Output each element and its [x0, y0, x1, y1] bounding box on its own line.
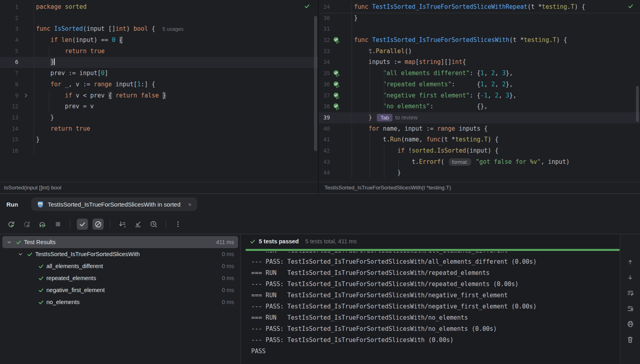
line-number[interactable]: 1	[0, 2, 18, 13]
show-ignored-button[interactable]	[92, 219, 104, 230]
code-line-39[interactable]: 39 } Tab to review	[319, 112, 640, 123]
line-number[interactable]: 44	[319, 167, 330, 179]
code-line-1[interactable]: 1package sorted	[0, 2, 318, 13]
test-tree-row-testissorted-istrueforsortedsliceswith[interactable]: TestIsSorted_IsTrueForSortedSlicesWith0 …	[2, 248, 238, 260]
line-number[interactable]: 12	[0, 101, 18, 112]
stop-button[interactable]	[52, 219, 64, 230]
line-number[interactable]: 40	[319, 123, 330, 135]
prev-occurrence-button[interactable]	[626, 257, 635, 266]
line-number[interactable]: 6	[0, 57, 18, 68]
editor-scrollbar[interactable]	[314, 16, 317, 151]
close-tab-icon[interactable]: ×	[188, 201, 192, 208]
line-number[interactable]: 39	[319, 112, 330, 123]
editor-scrollbar[interactable]	[636, 86, 639, 122]
line-number[interactable]: 5	[0, 46, 18, 57]
code-line-4[interactable]: 4 if len(input) == 0 {	[0, 35, 318, 46]
code-line-2[interactable]: 2	[0, 13, 318, 24]
code-line-7[interactable]: 7 prev := input[0]	[0, 68, 318, 79]
code-line-12[interactable]: 12 prev = v	[0, 101, 318, 112]
code-area-right[interactable]: 24func TestIsSorted_IsTrueForSortedSlice…	[319, 0, 640, 182]
line-number[interactable]: 38	[319, 101, 330, 112]
test-passed-run-icon[interactable]	[333, 70, 340, 78]
line-number[interactable]: 8	[0, 79, 18, 90]
line-number[interactable]: 43	[319, 157, 330, 168]
sort-tests-button[interactable]	[117, 219, 128, 230]
line-number[interactable]: 7	[0, 68, 18, 79]
code-line-15[interactable]: 15}	[0, 134, 318, 145]
breadcrumb[interactable]: TestIsSorted_IsTrueForSortedSlicesWith(t…	[319, 182, 640, 193]
code-line-44[interactable]: 44 }	[319, 167, 640, 179]
line-number[interactable]: 9	[0, 90, 18, 101]
test-passed-run-icon[interactable]	[333, 92, 340, 100]
run-configuration-tab[interactable]: TestIsSorted_IsTrueForSortedSlicesWith i…	[31, 197, 197, 211]
line-number[interactable]: 24	[319, 2, 330, 13]
line-number[interactable]: 35	[319, 68, 330, 79]
line-number[interactable]: 16	[0, 145, 18, 157]
rerun-failed-tests-button[interactable]	[21, 219, 32, 230]
line-number[interactable]: 32	[319, 35, 330, 46]
console-output[interactable]: === RUN TestIsSorted_IsTrueForSortedSlic…	[241, 251, 640, 357]
test-passed-run-icon[interactable]	[333, 103, 340, 111]
code-line-38[interactable]: 38 "no elements": {},	[319, 101, 640, 112]
soft-wrap-button[interactable]	[626, 288, 635, 297]
code-line-9[interactable]: 9 if v < prev { return false }	[0, 90, 318, 101]
test-tree-row-repeated-elements[interactable]: repeated_elements0 ms	[2, 272, 238, 284]
code-line-13[interactable]: 13 }	[0, 112, 318, 123]
test-tree-row-all-elements-different[interactable]: all_elements_different0 ms	[2, 260, 238, 272]
code-line-30[interactable]: 30}	[319, 13, 640, 24]
code-line-6[interactable]: 6 }	[0, 57, 318, 68]
code-line-14[interactable]: 14 return true	[0, 123, 318, 135]
code-line-3[interactable]: 3func IsSorted(input []int) bool { 5 usa…	[0, 24, 318, 35]
line-number[interactable]: 34	[319, 57, 330, 68]
line-number[interactable]: 2	[0, 13, 18, 24]
test-passed-run-icon[interactable]	[333, 81, 340, 89]
test-tree-row-test-results[interactable]: Test Results411 ms	[2, 236, 238, 248]
toggle-auto-test-button[interactable]	[37, 219, 48, 230]
next-occurrence-button[interactable]	[626, 273, 635, 282]
navigate-to-test-button[interactable]	[132, 219, 144, 230]
code-line-32[interactable]: 32func TestIsSorted_IsTrueForSortedSlice…	[319, 35, 640, 46]
code-line-41[interactable]: 41 t.Run(name, func(t *testing.T) {	[319, 134, 640, 145]
line-number[interactable]: 37	[319, 90, 330, 101]
line-number[interactable]: 15	[0, 134, 18, 145]
line-number[interactable]: 30	[319, 13, 330, 24]
test-console[interactable]: 5 tests passed 5 tests total, 411 ms ===…	[241, 234, 640, 364]
inspections-passed-icon[interactable]	[628, 3, 634, 9]
line-number[interactable]: 31	[319, 24, 330, 35]
line-number[interactable]: 4	[0, 35, 18, 46]
code-line-5[interactable]: 5 return true	[0, 46, 318, 57]
fold-chevron-icon[interactable]	[23, 92, 29, 99]
code-line-31[interactable]: 31	[319, 24, 640, 35]
line-number[interactable]: 13	[0, 112, 18, 123]
code-line-43[interactable]: 43 t.Errorf( format: "got false for %v",…	[319, 157, 640, 168]
more-options-button[interactable]	[172, 219, 184, 230]
test-tree-row-no-elements[interactable]: no_elements0 ms	[2, 296, 238, 308]
code-line-42[interactable]: 42 if !sorted.IsSorted(input) {	[319, 145, 640, 157]
code-line-37[interactable]: 37 "negative first element": {-1, 2, 3},	[319, 90, 640, 101]
sort-by-duration-button[interactable]	[148, 219, 159, 230]
code-line-8[interactable]: 8 for _, v := range input[1:] {	[0, 79, 318, 90]
line-number[interactable]: 14	[0, 123, 18, 135]
clear-all-button[interactable]	[626, 335, 635, 344]
print-button[interactable]	[626, 320, 635, 328]
test-passed-run-icon[interactable]	[333, 37, 340, 44]
inspections-passed-icon[interactable]	[304, 3, 310, 9]
breadcrumb[interactable]: IsSorted(input []int) bool	[0, 182, 318, 193]
line-number[interactable]: 36	[319, 79, 330, 90]
line-number[interactable]: 42	[319, 145, 330, 157]
code-line-16[interactable]: 16	[0, 145, 318, 157]
code-line-35[interactable]: 35 "all elements different": {1, 2, 3},	[319, 68, 640, 79]
test-tree-row-negative-first-element[interactable]: negative_first_element0 ms	[2, 284, 238, 296]
show-passed-button[interactable]	[77, 219, 88, 230]
expand-chevron-icon[interactable]	[16, 251, 25, 257]
code-line-33[interactable]: 33 t.Parallel()	[319, 46, 640, 57]
line-number[interactable]: 3	[0, 24, 18, 35]
code-line-24[interactable]: 24func TestIsSorted_IsTrueForSortedSlice…	[319, 2, 640, 13]
code-line-34[interactable]: 34 inputs := map[string][]int{	[319, 57, 640, 68]
line-number[interactable]: 33	[319, 46, 330, 57]
line-number[interactable]: 41	[319, 134, 330, 145]
code-line-40[interactable]: 40 for name, input := range inputs {	[319, 123, 640, 135]
code-line-36[interactable]: 36 "repeated elements": {1, 2, 2},	[319, 79, 640, 90]
scroll-to-end-button[interactable]	[626, 304, 635, 313]
code-area-left[interactable]: 1package sorted23func IsSorted(input []i…	[0, 0, 318, 182]
